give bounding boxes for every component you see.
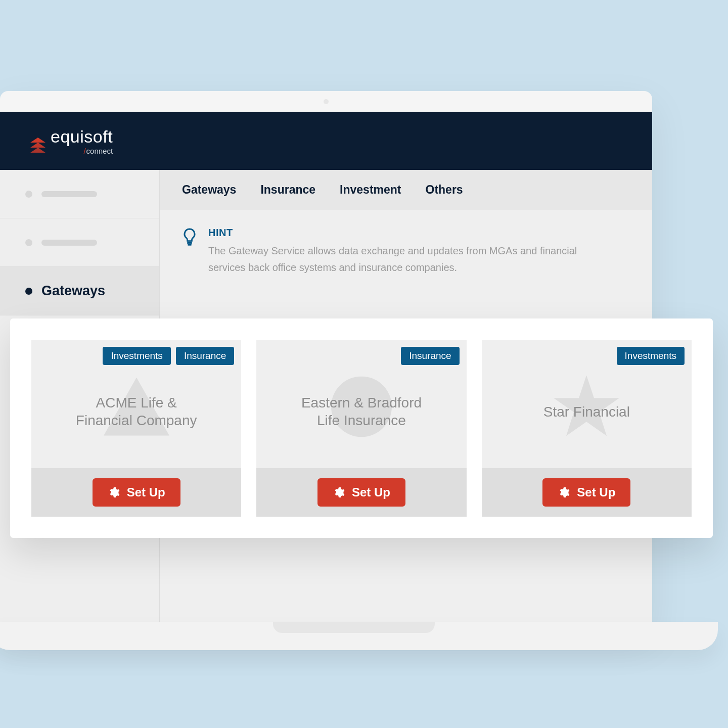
brand-mark-icon <box>30 138 46 155</box>
sidebar-item-placeholder[interactable] <box>0 218 159 267</box>
gear-icon <box>108 486 120 498</box>
setup-button[interactable]: Set Up <box>542 478 630 507</box>
placeholder-dot-icon <box>25 191 32 198</box>
bullet-icon <box>25 288 32 295</box>
tab-others[interactable]: Others <box>426 183 463 197</box>
laptop-base <box>0 622 718 650</box>
sidebar-item-placeholder[interactable] <box>0 170 159 218</box>
svg-marker-1 <box>30 143 46 148</box>
brand-subtitle: connect <box>83 147 113 155</box>
tab-gateways[interactable]: Gateways <box>182 183 236 197</box>
setup-button[interactable]: Set Up <box>317 478 405 507</box>
hint-text: The Gateway Service allows data exchange… <box>208 243 582 276</box>
svg-marker-0 <box>30 138 46 143</box>
laptop-notch <box>273 622 435 633</box>
tab-insurance[interactable]: Insurance <box>260 183 315 197</box>
gateway-card: Investments Insurance ACME Life &Financi… <box>31 340 241 517</box>
hint-banner: HINT The Gateway Service allows data exc… <box>160 210 605 276</box>
setup-button-label: Set Up <box>352 485 390 499</box>
hint-title: HINT <box>208 227 582 239</box>
gateway-cards-panel: Investments Insurance ACME Life &Financi… <box>10 318 713 538</box>
brand-name: equisoft <box>51 128 113 145</box>
laptop-camera-bar <box>0 91 652 112</box>
setup-button[interactable]: Set Up <box>93 478 180 507</box>
lightbulb-icon <box>182 227 197 276</box>
setup-button-label: Set Up <box>127 485 165 499</box>
gateway-company-name: Eastern & BradfordLife Insurance <box>291 394 432 429</box>
svg-marker-2 <box>30 148 46 153</box>
placeholder-bar <box>41 240 97 246</box>
sidebar-item-gateways[interactable]: Gateways <box>0 267 159 315</box>
gateway-card: Investments Star Financial Set Up <box>482 340 692 517</box>
gear-icon <box>333 486 345 498</box>
gateway-company-name: ACME Life &Financial Company <box>66 394 207 429</box>
tab-investment[interactable]: Investment <box>340 183 401 197</box>
tab-bar: Gateways Insurance Investment Others <box>160 170 652 210</box>
sidebar-item-label: Gateways <box>41 283 105 299</box>
brand-logo: equisoft connect <box>30 128 113 155</box>
setup-button-label: Set Up <box>577 485 615 499</box>
gateway-card: Insurance Eastern & BradfordLife Insuran… <box>256 340 466 517</box>
app-header: equisoft connect <box>0 112 652 170</box>
camera-dot <box>324 99 329 104</box>
placeholder-dot-icon <box>25 239 32 246</box>
placeholder-bar <box>41 191 97 197</box>
gear-icon <box>558 486 570 498</box>
gateway-company-name: Star Financial <box>533 403 640 421</box>
